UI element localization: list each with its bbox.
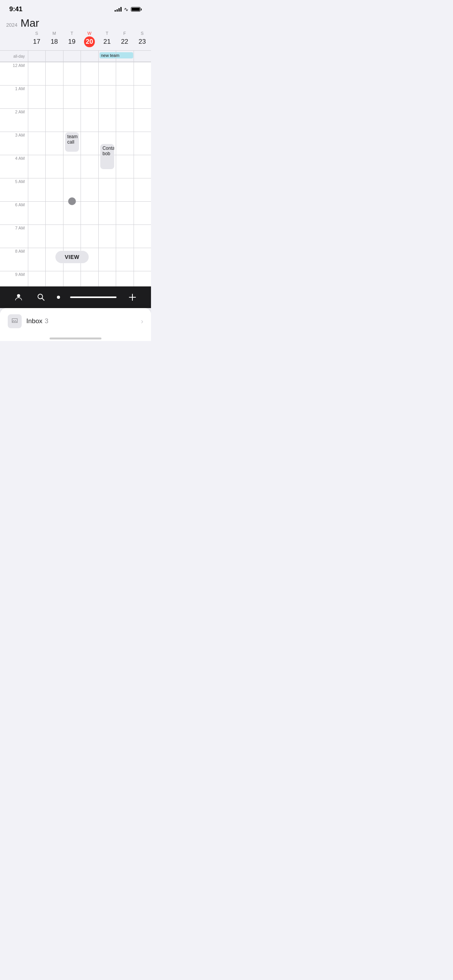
day-header-sun[interactable]: S 17 [28, 31, 45, 49]
allday-col-mon [45, 51, 63, 62]
calendar-grid-container[interactable]: 12 AM 1 AM 2 AM 3 AM 4 AM 5 AM 6 AM 7 AM… [0, 62, 151, 286]
day-col-sat[interactable] [134, 62, 151, 286]
calendar-header: 2024 Mar S 17 M 18 T 19 W 20 T 21 F 22 S [0, 15, 151, 50]
inbox-count: 3 [45, 317, 48, 325]
days-header: S 17 M 18 T 19 W 20 T 21 F 22 S 23 [0, 31, 151, 49]
time-3am: 3 AM [0, 132, 28, 155]
team-call-event[interactable]: team call [65, 132, 79, 152]
time-7am: 7 AM [0, 224, 28, 248]
time-5am: 5 AM [0, 178, 28, 201]
view-button-wrapper: VIEW [55, 251, 89, 263]
svg-line-2 [42, 298, 44, 301]
battery-icon [131, 7, 142, 12]
status-bar: 9:41 ∿ [0, 0, 151, 15]
allday-col-sun [28, 51, 45, 62]
home-indicator [0, 334, 151, 341]
team-call-title: team call [67, 134, 78, 145]
inbox-label: Inbox [26, 317, 43, 325]
time-2am: 2 AM [0, 108, 28, 132]
day-col-tue[interactable]: team call VIEW [63, 62, 81, 286]
status-time: 9:41 [9, 5, 22, 13]
day-header-sat[interactable]: S 23 [134, 31, 151, 49]
add-icon[interactable] [126, 291, 139, 303]
allday-col-thu[interactable]: new team [98, 51, 116, 62]
time-9am: 9 AM [0, 271, 28, 286]
day-header-thu[interactable]: T 21 [98, 31, 116, 49]
bottom-toolbar [0, 286, 151, 308]
time-12am: 12 AM [0, 62, 28, 85]
search-icon[interactable] [35, 291, 47, 303]
day-header-wed[interactable]: W 20 [81, 31, 98, 49]
day-col-sun[interactable] [28, 62, 45, 286]
home-bar [50, 338, 101, 339]
day-header-mon[interactable]: M 18 [45, 31, 63, 49]
time-8am: 8 AM [0, 248, 28, 271]
view-button[interactable]: VIEW [55, 251, 89, 263]
allday-col-fri [116, 51, 133, 62]
allday-col-wed [81, 51, 98, 62]
allday-row: all-day new team [0, 50, 151, 62]
inbox-icon [8, 314, 22, 328]
time-column: 12 AM 1 AM 2 AM 3 AM 4 AM 5 AM 6 AM 7 AM… [0, 62, 28, 286]
home-bar-divider [70, 296, 117, 298]
drag-handle-dot[interactable] [68, 197, 76, 205]
day-header-fri[interactable]: F 22 [116, 31, 133, 49]
allday-label: all-day [0, 51, 28, 62]
year-label: 2024 [6, 22, 17, 28]
time-1am: 1 AM [0, 85, 28, 108]
allday-col-tue [63, 51, 81, 62]
day-col-thu[interactable]: Contact bob [98, 62, 116, 286]
month-label: Mar [21, 17, 39, 29]
day-col-fri[interactable] [116, 62, 133, 286]
person-icon[interactable] [12, 291, 25, 303]
status-icons: ∿ [115, 6, 142, 12]
contact-bob-title: Contact bob [103, 146, 114, 156]
inbox-chevron-icon[interactable]: › [141, 317, 143, 326]
svg-point-0 [17, 294, 20, 297]
time-4am: 4 AM [0, 155, 28, 178]
allday-col-sat [134, 51, 151, 62]
calendar-grid: 12 AM 1 AM 2 AM 3 AM 4 AM 5 AM 6 AM 7 AM… [0, 62, 151, 286]
contact-bob-event[interactable]: Contact bob [100, 144, 114, 169]
day-header-tue[interactable]: T 19 [63, 31, 81, 49]
signal-icon [115, 7, 122, 12]
time-6am: 6 AM [0, 201, 28, 224]
dot-icon [57, 296, 60, 299]
inbox-panel[interactable]: Inbox 3 › [0, 308, 151, 334]
wifi-icon: ∿ [124, 6, 129, 12]
